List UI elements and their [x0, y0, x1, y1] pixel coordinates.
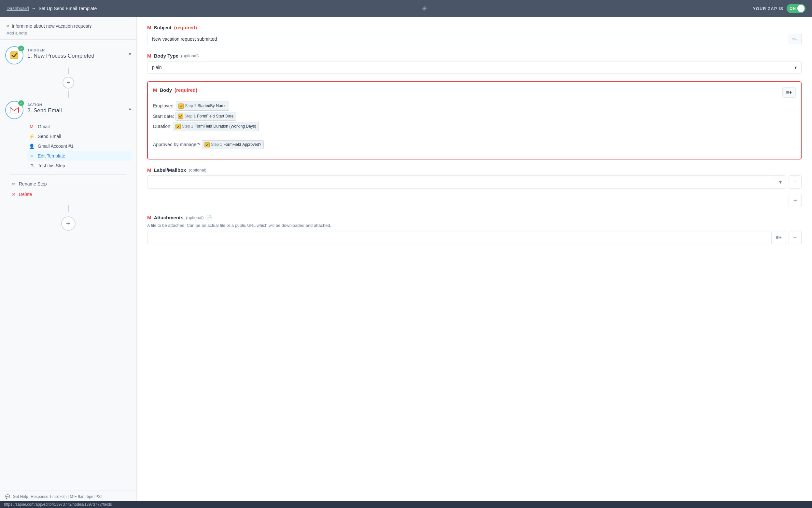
attachment-expand-button[interactable]: ≡+ — [771, 231, 786, 244]
connector-1 — [0, 67, 136, 75]
token-step1-approved[interactable]: Step 1 FormField Approved? — [202, 140, 264, 150]
connector-line — [68, 68, 69, 74]
zap-toggle[interactable]: ON — [786, 4, 806, 13]
breadcrumb: Dashboard → Set Up Send Email Template — [6, 6, 97, 11]
sidebar-item-test-step[interactable]: ⚗ Test this Step — [27, 161, 131, 171]
delete-label: Delete — [19, 192, 32, 197]
dashboard-link[interactable]: Dashboard — [6, 6, 29, 11]
trigger-title: 1. New Process Completed — [27, 53, 125, 59]
subject-input[interactable]: New vacation request submitted ≡+ — [147, 33, 802, 45]
label-mailbox-dropdown[interactable]: ▾ — [775, 176, 786, 188]
sidebar-item-test-step-label: Test this Step — [38, 163, 65, 168]
attachment-input[interactable]: ≡+ — [147, 231, 786, 244]
label-mailbox-add-button[interactable]: + — [788, 194, 802, 207]
token-step1-startedby[interactable]: Step 1 StartedBy Name — [176, 101, 229, 111]
status-url: https://zapier.com/app/editor/13973772/n… — [4, 502, 112, 507]
attachment-value — [148, 234, 771, 241]
list-icon: ≡ — [29, 153, 35, 159]
rename-step-item[interactable]: ✏ Rename Step — [5, 179, 131, 189]
toggle-knob — [797, 5, 805, 12]
gmail-icon-subject: M — [147, 25, 151, 30]
body-type-label: M Body Type (optional) — [147, 53, 802, 58]
label-mailbox-field-group: M Label/Mailbox (optional) ▾ − + — [147, 167, 802, 207]
subject-label: M Subject (required) — [147, 25, 802, 30]
body-type-select[interactable]: plain ▾ — [147, 61, 802, 74]
label-mailbox-optional: (optional) — [189, 168, 206, 172]
main-content: M Subject (required) New vacation reques… — [137, 17, 812, 508]
label-mailbox-input[interactable]: ▾ — [147, 175, 786, 189]
attachment-row: ≡+ − — [147, 231, 802, 244]
chevron-down-icon: ▾ — [795, 65, 797, 70]
trigger-app-icon — [10, 51, 19, 60]
token-startedby-field: StartedBy — [198, 102, 215, 110]
connector-2 — [0, 90, 136, 98]
add-note-button[interactable]: Add a note — [6, 31, 130, 36]
action-title: 2. Send Email — [27, 108, 125, 114]
body-type-value: plain — [152, 65, 162, 70]
body-row-employee: Employee: Step 1 StartedBy Name — [153, 101, 796, 111]
label-mailbox-value — [148, 179, 775, 185]
svg-rect-1 — [10, 107, 18, 113]
sidebar-item-send-email[interactable]: ⚡ Send Email — [27, 131, 131, 141]
approved-label: Approved by manager? — [153, 140, 201, 149]
subject-value: New vacation request submitted — [152, 36, 785, 42]
file-icon: 📄 — [206, 215, 212, 220]
attachments-label-text: Attachments — [154, 215, 184, 220]
rename-step-label: Rename Step — [19, 181, 47, 186]
duration-label: Duration: — [153, 122, 172, 130]
token-step1-label-3: Step 1 — [182, 123, 193, 130]
label-mailbox-row: ▾ − — [147, 175, 802, 189]
beaker-icon: ⚗ — [29, 163, 35, 168]
attachment-remove-button[interactable]: − — [788, 231, 802, 244]
action-check-icon: ✓ — [18, 100, 24, 106]
add-step-button-2[interactable]: + — [61, 216, 76, 231]
person-icon: 👤 — [29, 143, 35, 149]
lightning-icon: ⚡ — [29, 134, 35, 139]
connector-line-2 — [68, 91, 69, 98]
body-expand-button[interactable]: ≡+ — [782, 87, 796, 98]
body-field-group: M Body (required) ≡+ Employee: — [147, 81, 802, 160]
token-step1-label-2: Step 1 — [185, 113, 196, 120]
get-help-label: Get Help — [13, 494, 28, 499]
trigger-icon-wrap: ✓ — [5, 46, 24, 65]
zap-status-label: YOUR ZAP IS — [753, 6, 783, 11]
body-content[interactable]: Employee: Step 1 StartedBy Name Start da — [153, 101, 796, 154]
action-node: ✓ ACTION 2. Send Email ▴ M Gmail ⚡ Send … — [0, 98, 136, 202]
breadcrumb-arrow: → — [32, 6, 36, 11]
action-icon-wrap: ✓ — [5, 101, 24, 119]
get-help-icon: 💬 — [5, 494, 10, 499]
token-formfield-label: FormField — [197, 113, 214, 120]
gmail-icon-body: M — [153, 87, 157, 93]
token-checkbox-icon-4 — [204, 142, 210, 147]
subject-expand-button[interactable]: ≡+ — [788, 34, 801, 44]
action-header: ✓ ACTION 2. Send Email ▴ — [5, 101, 131, 119]
token-checkbox-icon — [178, 103, 184, 109]
body-row-approved: Approved by manager? Step 1 FormField Ap… — [153, 140, 796, 150]
token-step1-startdate[interactable]: Step 1 FormField Start Date — [175, 112, 236, 121]
gmail-icon — [10, 107, 19, 114]
expand-list-icon: ≡+ — [792, 36, 797, 42]
sidebar-item-gmail-label: Gmail — [38, 124, 50, 129]
label-mailbox-remove-button[interactable]: − — [788, 175, 802, 189]
sidebar-item-gmail[interactable]: M Gmail — [27, 122, 131, 131]
gmail-icon-label: M — [147, 167, 151, 173]
main-layout: ✏ Inform me about new vacation requests … — [0, 17, 812, 508]
attachments-field-group: M Attachments (optional) 📄 A file to be … — [147, 215, 802, 244]
sidebar: ✏ Inform me about new vacation requests … — [0, 17, 137, 508]
delete-step-item[interactable]: ✕ Delete — [5, 189, 131, 200]
logo-asterisk: ✳ — [422, 5, 428, 12]
subject-field-group: M Subject (required) New vacation reques… — [147, 25, 802, 45]
trigger-expand-chevron[interactable]: ▾ — [129, 46, 131, 57]
body-field-container: M Body (required) ≡+ Employee: — [147, 81, 802, 160]
action-collapse-chevron[interactable]: ▴ — [129, 101, 131, 112]
sidebar-item-gmail-account[interactable]: 👤 Gmail Account #1 — [27, 141, 131, 151]
add-step-button-1[interactable]: + — [63, 77, 74, 88]
token-step1-duration[interactable]: Step 1 FormField Duration (Working Days) — [173, 122, 259, 131]
sidebar-item-send-email-label: Send Email — [38, 134, 61, 139]
sidebar-separator — [10, 174, 126, 175]
topnav: Dashboard → Set Up Send Email Template ✳… — [0, 0, 812, 17]
action-content: ACTION 2. Send Email — [27, 101, 125, 114]
sidebar-item-edit-template[interactable]: ≡ Edit Template — [27, 151, 131, 161]
body-type-label-text: Body Type — [154, 53, 179, 58]
token-step1-label: Step 1 — [185, 102, 196, 110]
